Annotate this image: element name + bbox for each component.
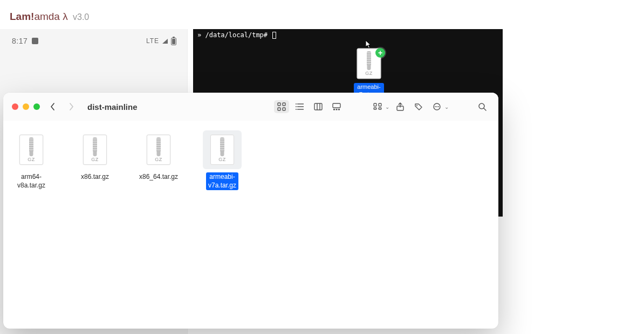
phone-network-label: LTE: [146, 37, 159, 45]
phone-status-bar: 8:17 LTE: [0, 29, 187, 45]
view-mode-group: [274, 100, 344, 113]
chevron-down-icon: ⌄: [385, 104, 389, 110]
file-name-label: x86.tar.gz: [79, 172, 111, 182]
file-ext-label: GZ: [84, 157, 106, 162]
icon-view-button[interactable]: [274, 100, 289, 113]
finder-file-grid[interactable]: GZarm64-v8a.tar.gzGZx86.tar.gzGZx86_64.t…: [3, 121, 498, 200]
terminal-cursor: [272, 32, 276, 39]
file-icon-slot: GZ: [139, 130, 178, 169]
nav-back-button[interactable]: [47, 99, 58, 114]
app-brand: Lam!amda λ v3.0: [10, 11, 89, 23]
svg-point-25: [436, 106, 437, 107]
archive-file-icon: GZ: [210, 135, 234, 165]
svg-rect-19: [374, 108, 376, 109]
svg-point-22: [416, 105, 417, 106]
terminal-prompt-indicator: »: [197, 31, 201, 39]
tags-button[interactable]: [411, 100, 426, 113]
file-item[interactable]: GZx86_64.tar.gz: [133, 130, 184, 190]
svg-rect-3: [283, 108, 285, 110]
svg-rect-13: [333, 103, 340, 108]
svg-rect-0: [278, 103, 280, 106]
gallery-view-button[interactable]: [329, 100, 344, 113]
svg-point-8: [296, 106, 297, 107]
lambda-symbol: λ: [63, 11, 68, 22]
nav-forward-button[interactable]: [66, 99, 77, 114]
finder-titlebar[interactable]: dist-mainline ⌄: [3, 93, 498, 121]
file-item[interactable]: GZarm64-v8a.tar.gz: [5, 130, 57, 190]
minimize-window-button[interactable]: [23, 103, 29, 110]
brand-suffix: amda: [34, 11, 60, 22]
svg-line-28: [484, 108, 486, 110]
svg-rect-10: [314, 103, 322, 110]
svg-rect-18: [379, 103, 381, 106]
list-view-button[interactable]: [292, 100, 307, 113]
window-traffic-lights[interactable]: [12, 103, 40, 110]
terminal-cwd: /data/local/tmp: [205, 31, 263, 39]
svg-point-24: [435, 106, 436, 107]
file-name-label: arm64-v8a.tar.gz: [5, 172, 57, 190]
chevron-down-icon: ⌄: [444, 104, 449, 110]
svg-rect-14: [333, 109, 335, 110]
phone-time: 8:17: [12, 37, 28, 45]
sim-icon: [32, 38, 38, 44]
file-icon-slot: GZ: [12, 130, 51, 169]
file-item[interactable]: GZarmeabi- v7a.tar.gz: [196, 130, 248, 190]
svg-rect-15: [336, 109, 338, 110]
file-ext-label: GZ: [20, 157, 43, 162]
svg-point-9: [296, 109, 297, 110]
svg-rect-17: [374, 103, 376, 106]
archive-file-icon: GZ: [147, 135, 170, 165]
group-by-button[interactable]: [370, 100, 385, 113]
column-view-button[interactable]: [311, 100, 326, 113]
zoom-window-button[interactable]: [33, 103, 40, 110]
action-menu-button[interactable]: [429, 100, 444, 113]
svg-rect-1: [283, 103, 285, 106]
file-name-label: armeabi- v7a.tar.gz: [206, 172, 238, 190]
archive-file-icon: GZ: [19, 135, 43, 165]
archive-file-icon: GZ: [83, 135, 107, 165]
file-ext-label: GZ: [147, 157, 170, 162]
close-window-button[interactable]: [12, 103, 18, 110]
finder-window[interactable]: dist-mainline ⌄: [3, 93, 498, 329]
file-ext-label: GZ: [211, 157, 234, 162]
finder-folder-name: dist-mainline: [87, 102, 138, 112]
share-button[interactable]: [393, 100, 408, 113]
background-fill: [505, 217, 644, 334]
brand-prefix: Lam!: [10, 11, 34, 22]
svg-rect-2: [278, 108, 280, 110]
signal-icon: [162, 39, 168, 44]
file-name-label: x86_64.tar.gz: [137, 172, 180, 182]
file-item[interactable]: GZx86.tar.gz: [69, 130, 121, 190]
file-icon-slot: GZ: [203, 130, 242, 169]
svg-rect-16: [338, 109, 340, 110]
svg-rect-20: [379, 108, 381, 109]
file-icon-slot: GZ: [76, 130, 114, 169]
search-button[interactable]: [475, 100, 490, 113]
svg-point-7: [296, 103, 297, 105]
terminal-prompt-tail: #: [264, 31, 268, 39]
app-version: v3.0: [73, 12, 89, 22]
battery-icon: [171, 38, 176, 45]
svg-point-26: [438, 106, 439, 107]
